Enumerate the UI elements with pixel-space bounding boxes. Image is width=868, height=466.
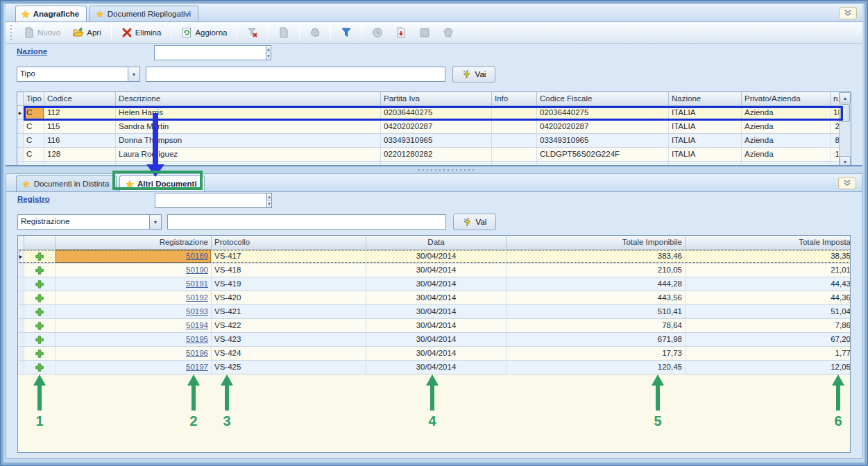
cell-codice[interactable]: 128 [44,148,116,161]
cell-codice-fiscale[interactable]: 03349310965 [537,134,669,147]
add-to-distinta-button[interactable] [24,291,56,304]
table-row[interactable]: C 128 Laura Rodriguez 02201280282 CLDGPT… [17,148,843,162]
cell-info[interactable] [492,134,537,147]
cell-data[interactable]: 30/04/2014 [366,361,507,374]
add-to-distinta-button[interactable] [24,250,56,263]
cell-registrazione[interactable]: 50196 [56,347,212,360]
cell-protocollo[interactable]: VS-423 [212,333,366,346]
cell-registrazione[interactable]: 50189 [56,250,212,263]
registrazione-link[interactable]: 50192 [186,293,208,302]
table-row[interactable]: 50194 VS-422 30/04/2014 78,64 7,86 [18,319,851,333]
cell-nazione[interactable]: ITALIA [669,148,742,161]
cell-data[interactable]: 30/04/2014 [366,291,507,304]
cell-codice[interactable]: 116 [44,134,116,147]
grid1-col-privato-azienda[interactable]: Privato/Azienda [742,92,831,105]
cell-descrizione[interactable]: Sandra Martin [116,120,381,133]
grid1-col-nazione[interactable]: Nazione [669,92,742,105]
table-row[interactable]: 50193 VS-421 30/04/2014 510,41 51,04 [18,305,851,319]
registro-spin-input[interactable] [155,193,266,208]
registrazione-link[interactable]: 50193 [186,307,208,316]
cell-totale-imponibile[interactable]: 671,98 [507,333,686,346]
cell-totale-imposta[interactable]: 1,77 [686,347,851,360]
grid2-col-totale-imposta[interactable]: Totale Imposta [686,236,851,249]
cell-registrazione[interactable]: 50193 [56,305,212,318]
grid1-col-info[interactable]: Info [492,92,537,105]
table-row[interactable]: 50190 VS-418 30/04/2014 210,05 21,01 [18,264,851,277]
top-vai-button[interactable]: Vai [452,66,495,83]
grid1-col-codice[interactable]: Codice [44,92,116,105]
cell-partita-iva[interactable]: 02201280282 [381,148,492,161]
refresh-button[interactable]: Aggiorna [176,24,232,41]
nazione-field-link[interactable]: Nazione [17,47,47,55]
table-row[interactable]: ▶ C 112 Helen Harris 02036440275 0203644… [17,106,843,120]
cell-nazione[interactable]: ITALIA [669,134,742,147]
cell-protocollo[interactable]: VS-417 [212,250,366,263]
spin-up-button[interactable]: ▲ [267,193,271,201]
delete-button[interactable]: Elimina [117,24,167,41]
registrazione-link[interactable]: 50189 [186,252,208,260]
cell-privato-azienda[interactable]: Azienda [742,106,831,119]
cell-protocollo[interactable]: VS-419 [212,277,366,291]
table-row[interactable]: C 116 Donna Thompson 03349310965 0334931… [17,134,843,148]
cell-data[interactable]: 30/04/2014 [366,319,507,332]
cell-registrazione[interactable]: 50191 [56,277,212,291]
history-button[interactable] [367,24,388,41]
cell-info[interactable] [492,148,537,161]
open-button[interactable]: Apri [68,24,105,41]
nazione-spin-input[interactable] [154,45,266,60]
cell-protocollo[interactable]: VS-418 [212,264,366,277]
collapse-top-panel-button[interactable] [839,7,857,19]
spin-up-button[interactable]: ▲ [266,46,271,53]
save-document-button[interactable] [273,24,294,41]
grid2-col-totale-imponibile[interactable]: Totale Imponibile [507,236,686,249]
cell-info[interactable] [492,106,537,119]
cell-totale-imponibile[interactable]: 510,41 [507,305,686,318]
cell-protocollo[interactable]: VS-424 [212,347,366,360]
add-to-distinta-button[interactable] [24,319,56,332]
cell-codice[interactable]: 115 [44,120,116,133]
cell-nazione[interactable]: ITALIA [669,120,742,133]
registrazione-link[interactable]: 50197 [186,363,208,371]
cell-data[interactable]: 30/04/2014 [366,250,507,263]
add-to-distinta-button[interactable] [24,264,56,277]
registrazione-link[interactable]: 50191 [186,279,208,288]
cell-info[interactable] [492,120,537,133]
cell-totale-imponibile[interactable]: 17,73 [507,347,686,360]
cell-partita-iva[interactable]: 04202020287 [381,120,492,133]
cell-protocollo[interactable]: VS-425 [212,361,366,374]
scrollbar-thumb[interactable] [840,104,850,122]
cell-registrazione[interactable]: 50194 [56,319,212,332]
table-row[interactable]: 50195 VS-423 30/04/2014 671,98 67,20 [18,333,851,347]
tag-button[interactable] [438,24,459,41]
cell-totale-imposta[interactable]: 38,35 [686,250,851,263]
cell-totale-imponibile[interactable]: 120,45 [507,361,686,374]
cell-privato-azienda[interactable]: Azienda [742,134,831,147]
cell-totale-imposta[interactable]: 44,36 [686,291,851,304]
bottom-search-input[interactable] [167,214,446,230]
cell-tipo[interactable]: C [24,148,44,161]
table-row[interactable]: 50197 VS-425 30/04/2014 120,45 12,05 [18,361,851,374]
combo-dropdown-button[interactable]: ▼ [149,215,161,229]
registrazione-link[interactable]: 50196 [186,349,208,357]
cell-protocollo[interactable]: VS-422 [212,319,366,332]
registrazione-link[interactable]: 50190 [186,266,208,274]
cell-registrazione[interactable]: 50192 [56,291,212,304]
grid2-col-data[interactable]: Data [366,236,507,249]
cell-codice[interactable]: 112 [44,106,116,119]
cell-totale-imposta[interactable]: 67,20 [686,333,851,346]
cell-codice-fiscale[interactable]: CLDGPT56S02G224F [537,148,669,161]
cell-tipo[interactable]: C [24,106,44,119]
add-to-distinta-button[interactable] [24,361,56,374]
cell-descrizione[interactable]: Helen Harris [116,106,381,119]
cell-totale-imponibile[interactable]: 210,05 [507,264,686,277]
bottom-vai-button[interactable]: Vai [453,214,496,230]
toolbar-grip[interactable] [10,25,13,40]
add-to-distinta-button[interactable] [24,333,56,346]
export-pdf-button[interactable] [391,24,411,41]
cell-protocollo[interactable]: VS-421 [212,305,366,318]
tab-anagrafiche[interactable]: ★ Anagrafiche [15,6,87,21]
table-row[interactable]: 50192 VS-420 30/04/2014 443,56 44,36 [18,291,851,305]
cell-totale-imponibile[interactable]: 383,46 [507,250,686,263]
add-to-distinta-button[interactable] [24,305,56,318]
registrazione-link[interactable]: 50194 [186,321,208,329]
